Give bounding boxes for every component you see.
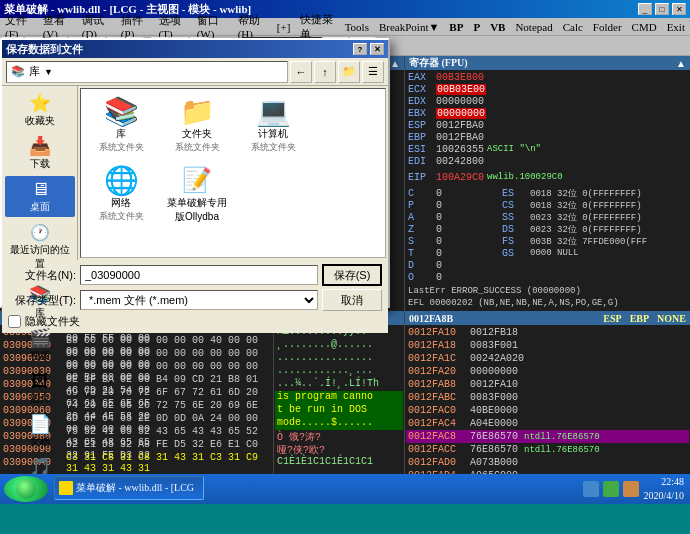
dialog-view-btn[interactable]: ☰ [362,61,384,83]
stack-row[interactable]: 0012FAD0A073B000 [406,456,689,469]
registers-collapse[interactable]: ▲ [676,58,686,69]
ascii-row: ¸........@...... [275,339,403,352]
filename-label: 文件名(N): [8,268,76,283]
file-computer-icon: 💻 [257,97,289,125]
btn-notepad[interactable]: Notepad [510,21,557,33]
file-network-icon: 🌐 [105,166,137,194]
stack-row[interactable]: 0012FA1C00242A020 [406,352,689,365]
tray-icon-2 [603,481,619,497]
filetype-label: 保存类型(T): [8,293,76,308]
menu-breakpoint[interactable]: BreakPoint▼ [374,21,444,33]
stack-row[interactable]: 0012FACC76E86570 ntdll.76E86570 [406,443,689,456]
stack-row[interactable]: 0012FAB80012FA10 [406,378,689,391]
file-library[interactable]: 📚 库系统文件夹 [85,93,157,158]
sidebar-downloads[interactable]: 📥 下载 [5,133,75,174]
file-computer-label: 计算机系统文件夹 [251,127,296,154]
reg-esp[interactable]: ESP0012FBA0 [406,119,689,131]
filename-input[interactable] [80,265,318,285]
reg-esi[interactable]: ESI10026355ASCII "\n" [406,143,689,155]
stack-row[interactable]: 0012FA2000000000 [406,365,689,378]
dialog-back-btn[interactable]: ← [290,61,312,83]
reg-eip[interactable]: EIP100A29C0wwlib.100029C0 [406,171,689,183]
reg-edx[interactable]: EDX00000000 [406,95,689,107]
menu-plus[interactable]: [+] [272,21,296,33]
time-display: 22:48 [643,475,684,489]
btn-vb[interactable]: VB [485,21,510,33]
flag-d[interactable]: D0 [406,259,689,271]
stack-row[interactable]: 0012FAC876E86570 ntdll.76E86570 [406,430,689,443]
hide-checkbox-row: 隐藏文件夹 [8,314,382,329]
downloads-icon: 📥 [28,136,52,156]
flag-p[interactable]: P0CS0018 32位 0(FFFFFFFF) [406,199,689,211]
ascii-row: 哑?侠?欧? [275,443,403,456]
dialog-help-button[interactable]: ? [353,43,367,55]
flag-s[interactable]: S0FS003B 32位 7FFDE000(FFF [406,235,689,247]
filetype-row: 保存类型(T): *.mem 文件 (*.mem) 取消 [8,289,382,311]
save-button[interactable]: 保存(S) [322,264,382,286]
start-button[interactable] [4,476,48,502]
minimize-button[interactable]: _ [638,3,652,15]
sidebar-video[interactable]: 🎬 视频 [5,325,75,366]
flag-o[interactable]: O0 [406,271,689,283]
reg-eax-val: 00B3E800 [436,72,484,83]
sidebar-docs[interactable]: 📄 文档 [5,411,75,452]
close-button[interactable]: ✕ [672,3,686,15]
btn-calc[interactable]: Calc [558,21,588,33]
dialog-bottom: 文件名(N): 保存(S) 保存类型(T): *.mem 文件 (*.mem) … [2,260,388,333]
stack-row[interactable]: 0012FABC0083F000 [406,391,689,404]
sidebar-pictures[interactable]: 🖼 图片 [5,368,75,409]
reg-eax[interactable]: EAX00B3E800 [406,71,689,83]
disasm-collapse[interactable]: ▲ [390,58,400,69]
stack-esp: ESP [603,313,621,324]
sidebar-favorites[interactable]: ⭐ 收藏夹 [5,90,75,131]
maximize-button[interactable]: □ [655,3,669,15]
file-ollydba[interactable]: 📝 菜单破解专用版Ollydba [161,162,233,228]
btn-p[interactable]: P [468,21,485,33]
dialog-up-btn[interactable]: ↑ [314,61,336,83]
stack-title: 0012FA8B [409,313,453,324]
cancel-button[interactable]: 取消 [322,289,382,311]
reg-ebp[interactable]: EBP0012FBA0 [406,131,689,143]
reg-eip-val: 100A29C0 [436,172,484,183]
file-folder[interactable]: 📁 文件夹系统文件夹 [161,93,233,158]
btn-folder[interactable]: Folder [588,21,627,33]
sidebar-desktop[interactable]: 🖥 桌面 [5,176,75,217]
reg-eip-extra: wwlib.100029C0 [487,172,563,182]
ascii-row: mode.....$...... [275,417,403,430]
dialog-newfolder-btn[interactable]: 📁 [338,61,360,83]
flag-t[interactable]: T0GS0000 NULL [406,247,689,259]
reg-ecx-val: 00B03E00 [436,84,486,95]
menu-tools[interactable]: Tools [340,21,374,33]
reg-ecx[interactable]: ECX00B03E00 [406,83,689,95]
taskbar-app-debugger[interactable]: 菜单破解 - wwlib.dll - [LCG [54,476,204,500]
stack-row[interactable]: 0012FAC4A04E0000 [406,417,689,430]
file-computer[interactable]: 💻 计算机系统文件夹 [237,93,309,158]
location-text: 库 [29,64,40,79]
stack-header: 0012FA8B ESP EBP NONE [405,311,690,325]
btn-cmd[interactable]: CMD [627,21,662,33]
flag-z[interactable]: Z0DS0023 32位 0(FFFFFFFF) [406,223,689,235]
flag-a[interactable]: A0SS0023 32位 0(FFFFFFFF) [406,211,689,223]
ascii-panel: ASCII MZ.........ÿÿ.. ¸........@...... .… [274,311,404,490]
taskbar: 菜单破解 - wwlib.dll - [LCG 22:48 2020/4/10 [0,474,690,504]
hide-checkbox[interactable] [8,315,21,328]
file-network[interactable]: 🌐 网络系统文件夹 [85,162,157,228]
reg-edi[interactable]: EDI00242800 [406,155,689,167]
main-window: 菜单破解 - wwlib.dll - [LCG - 主视图 - 模块 - wwl… [0,0,690,504]
registers-header: 寄存器 (FPU) ▲ [405,56,690,70]
taskbar-apps: 菜单破解 - wwlib.dll - [LCG [54,476,575,502]
stack-row[interactable]: 0012FA100012FB18 [406,326,689,339]
date-display: 2020/4/10 [643,489,684,503]
btn-exit[interactable]: Exit [662,21,690,33]
dialog-close-button[interactable]: ✕ [370,43,384,55]
ascii-row: Ò 饿?涛? [275,430,403,443]
app-icon [59,481,73,495]
reg-ebx[interactable]: EBX00000000 [406,107,689,119]
btn-bp[interactable]: BP [444,21,468,33]
flag-c[interactable]: C0ES0018 32位 0(FFFFFFFF) [406,187,689,199]
lasterr-row: LastErr ERROR_SUCCESS (00000000) [406,285,689,297]
stack-row[interactable]: 0012FAC040BE0000 [406,404,689,417]
filetype-select[interactable]: *.mem 文件 (*.mem) [80,290,318,310]
stack-row[interactable]: 0012FA180083F001 [406,339,689,352]
file-folder-icon: 📁 [181,97,213,125]
